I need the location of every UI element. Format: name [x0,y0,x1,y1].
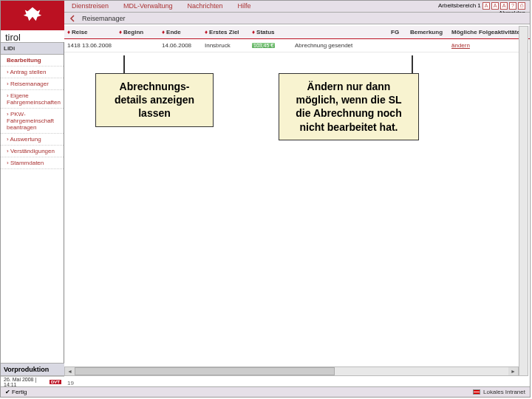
sidebar-item-fahrgemeinschaften[interactable]: Eigene Fahrgemeinschaften [1,90,64,109]
sidebar-head: LiDi [1,42,64,55]
th-beginn[interactable]: ♦Beginn [116,27,159,37]
breadcrumb: Reisemanager [64,13,530,24]
th-empty [292,31,388,34]
menu-mdl[interactable]: MDL-Verwaltung [116,1,180,12]
menu-dienstreisen[interactable]: Dienstreisen [64,1,116,12]
sidebar-item-antrag[interactable]: Antrag stellen [1,66,64,78]
footer-info: 26. Mai 2008 | 14:11 DVT [1,376,64,386]
sidebar-section: Bearbeitung [1,55,64,66]
table-row[interactable]: 1418 13.06.2008 14.06.2008 Innsbruck 103… [64,39,530,52]
cell-status-badge: 103,45 € [249,41,292,50]
table-header: ♦Reise ♦Beginn ♦Ende ♦Erstes Ziel ♦Statu… [64,26,530,39]
cell-status-text: Abrechnung gesendet [292,41,388,50]
th-aktivitaeten[interactable]: Mögliche Folgeaktivitäten [449,27,530,37]
statusbar: ✔ Fertig Lokales Intranet [1,386,530,397]
annotation-left: Abrechnungs- details anzeigen lassen [95,73,214,127]
th-ziel[interactable]: ♦Erstes Ziel [202,27,249,37]
scroll-left-icon[interactable]: ◄ [65,367,75,375]
footer-dvt: DVT [50,380,61,384]
sidebar-item-pkw[interactable]: PKW-Fahrgemeinschaft beantragen [1,109,64,134]
cell-ende: 14.06.2008 [159,41,202,50]
cell-fg [388,44,407,47]
status-done: Fertig [12,389,27,395]
main-content: ♦Reise ♦Beginn ♦Ende ♦Erstes Ziel ♦Statu… [64,26,530,376]
th-reise[interactable]: ♦Reise [64,27,116,37]
footer-date: 26. Mai 2008 | 14:11 [4,377,50,387]
sidebar-foot: Vorproduktion [1,363,64,376]
th-fg[interactable]: FG [388,27,407,37]
cell-reise: 1418 13.06.2008 [64,41,116,50]
annotation-right: Ändern nur dann möglich, wenn die SL die… [279,73,419,140]
cell-bemerkung [407,44,449,47]
zoom-out-icon[interactable]: A [482,2,490,10]
cell-aktion[interactable]: ändern [449,41,530,50]
scrollbar-thumb[interactable] [75,367,335,375]
sidebar-item-stammdaten[interactable]: Stammdaten [1,157,64,169]
cell-ziel: Innsbruck [202,41,249,50]
logo-text: tirol [1,30,64,43]
annotation-line-right [412,55,413,73]
sidebar-item-verstaendigungen[interactable]: Verständigungen [1,146,64,157]
menu-nachrichten[interactable]: Nachrichten [180,1,231,12]
annotation-line-left [123,55,125,73]
logo: tirol [1,1,64,42]
th-bemerkung[interactable]: Bemerkung [407,27,449,37]
workspace-label: Arbeitsbereich 1 [438,2,481,9]
intranet-icon [473,389,480,395]
status-net: Lokales Intranet [483,389,525,395]
sidebar-item-auswertung[interactable]: Auswertung [1,134,64,146]
page-number: 19 [67,380,74,386]
sidebar: LiDi Bearbeitung Antrag stellen Reiseman… [1,42,64,376]
zoom-reset-icon[interactable]: A [491,2,499,10]
back-icon[interactable] [67,14,79,23]
th-ende[interactable]: ♦Ende [159,27,202,37]
cell-beginn [116,44,159,47]
vertical-scrollbar[interactable] [519,26,528,376]
eagle-icon [1,1,64,27]
th-status[interactable]: ♦Status [249,27,292,37]
scroll-right-icon[interactable]: ► [508,367,518,375]
done-icon: ✔ [5,389,10,395]
help-icon[interactable]: ? [509,2,516,10]
menu-hilfe[interactable]: Hilfe [231,1,259,12]
horizontal-scrollbar[interactable]: ◄ ► [64,366,519,376]
breadcrumb-text: Reisemanager [82,15,126,22]
sidebar-item-reisemanager[interactable]: Reisemanager [1,78,64,90]
print-icon[interactable]: ⎙ [518,2,525,10]
zoom-in-icon[interactable]: A [500,2,508,10]
